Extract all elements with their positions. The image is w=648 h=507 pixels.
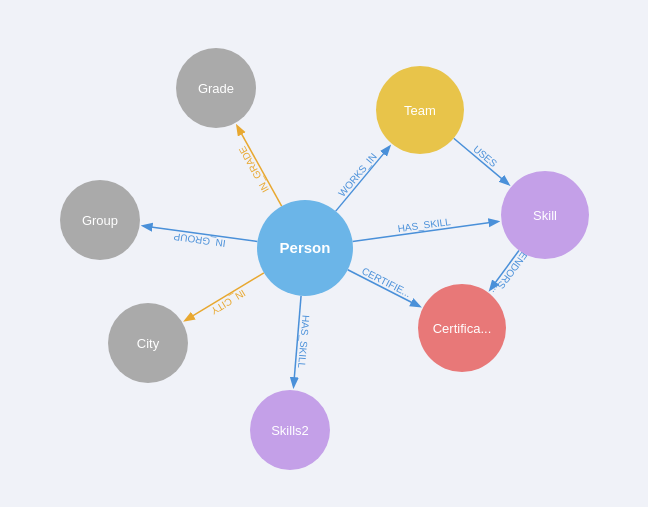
svg-text:City: City (137, 336, 160, 351)
svg-line-0 (237, 126, 281, 206)
svg-text:WORKS_IN: WORKS_IN (336, 151, 379, 199)
svg-text:Person: Person (280, 239, 331, 256)
svg-text:CERTIFIE...: CERTIFIE... (360, 265, 413, 299)
svg-line-2 (336, 147, 390, 211)
svg-text:Group: Group (82, 213, 118, 228)
svg-text:Certifica...: Certifica... (433, 321, 492, 336)
svg-text:Grade: Grade (198, 81, 234, 96)
svg-text:IN_GRADE: IN_GRADE (236, 144, 271, 194)
svg-text:Team: Team (404, 103, 436, 118)
svg-line-14 (186, 273, 264, 320)
graph-svg: IN_GRADEWORKS_INUSESHAS_SKILLENDORS...CE… (0, 0, 648, 507)
svg-text:Skills2: Skills2 (271, 423, 309, 438)
svg-text:ENDORS...: ENDORS... (490, 250, 529, 298)
svg-text:Skill: Skill (533, 208, 557, 223)
